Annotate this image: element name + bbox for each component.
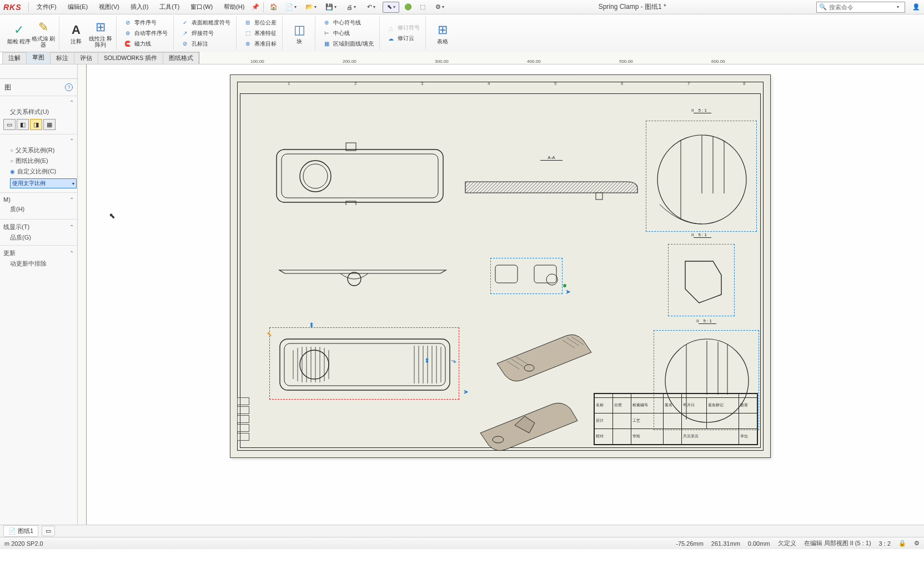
section-header[interactable]: 线显示(T)⌃ (3, 222, 74, 232)
add-sheet-button[interactable]: ▭ (42, 526, 55, 536)
parent-style-option[interactable]: 父关系样式(U) (3, 107, 74, 117)
status-lock-icon[interactable]: 🔒 (898, 540, 906, 547)
scale-sheet-radio[interactable]: 图纸比例(E) (3, 156, 74, 166)
menu-help[interactable]: 帮助(H) (218, 1, 250, 14)
scale-dropdown[interactable]: 使用文字比例▾ (10, 178, 77, 188)
detail-view-2[interactable]: II5 : 1 (668, 244, 735, 316)
weld-symbol-button[interactable]: ↗焊接符号 (178, 28, 233, 38)
section-header[interactable]: ⌃ (3, 98, 74, 107)
open-icon[interactable]: 📂▾ (303, 2, 319, 13)
check-button[interactable]: ✓能检 程序 (7, 18, 31, 49)
title-block[interactable]: 名称分类检索编号签名年月日更改标记数量 设计工艺 校对审核共页第页单位 (594, 393, 758, 445)
user-icon[interactable]: 👤 (911, 2, 922, 13)
select-icon[interactable]: ⬉▾ (383, 2, 399, 13)
linear-pattern-button[interactable]: ⊞线性注 释阵列 (88, 18, 113, 49)
balloon-button[interactable]: ⊘零件序号 (121, 18, 170, 28)
menu-view[interactable]: 视图(V) (93, 1, 125, 14)
menu-edit[interactable]: 编辑(E) (62, 1, 94, 14)
section-header[interactable]: 更新⌃ (3, 248, 74, 258)
help-icon[interactable]: ? (65, 83, 73, 91)
print-icon[interactable]: 🖨▾ (343, 2, 359, 13)
section-header[interactable]: ⌃ (3, 137, 74, 145)
status-scale: 3 : 2 (879, 540, 891, 547)
save-icon[interactable]: 💾▾ (323, 2, 339, 13)
area-hatch-button[interactable]: ▦区域剖面线/填充 (320, 39, 376, 49)
display-mode-1[interactable]: ▭ (3, 119, 16, 130)
tab-dimension[interactable]: 标注 (50, 52, 74, 64)
undo-icon[interactable]: ↶▾ (363, 2, 379, 13)
new-icon[interactable]: 📄▾ (283, 2, 299, 13)
quality-blank[interactable] (3, 215, 74, 217)
svg-rect-21 (280, 339, 450, 390)
status-y: 261.31mm (711, 540, 740, 547)
datum-target-button[interactable]: ⊕基准目标 (241, 39, 279, 49)
magnet-line-button[interactable]: 🧲磁力线 (121, 39, 170, 49)
quality-g[interactable]: 质(H) (3, 204, 74, 215)
detail-view-1[interactable]: II5 : 1 (646, 121, 757, 232)
display-mode-3[interactable]: ◨ (30, 119, 42, 130)
section-m: M)⌃ 质(H) (0, 192, 77, 219)
quality-item[interactable]: 品质(G) (3, 232, 74, 243)
menu-tools[interactable]: 工具(T) (154, 1, 185, 14)
sheet-tab-1[interactable]: 📄图纸1 (3, 525, 38, 537)
surface-finish-button[interactable]: ✓表面粗糙度符号 (178, 18, 233, 28)
annotation-button[interactable]: A注释 (64, 18, 88, 49)
options-icon[interactable]: ⬚ (417, 2, 428, 13)
block-button[interactable]: ◫块 (287, 18, 312, 49)
tab-plugins[interactable]: SOLIDWORKS 插件 (98, 52, 163, 64)
centerline-button[interactable]: ⊢中心线 (320, 28, 376, 38)
home-icon[interactable]: 🏠 (268, 2, 279, 13)
selection-handle[interactable] (563, 284, 566, 287)
tab-annotation[interactable]: 注解 (2, 52, 27, 64)
panel-title: 图 ? (0, 79, 77, 96)
display-mode-2[interactable]: ◧ (17, 119, 29, 130)
datum-feature-button[interactable]: ⬚基准特征 (241, 28, 279, 38)
tab-row: 注解 草图 标注 评估 SOLIDWORKS 插件 图纸格式 100.00 20… (0, 52, 924, 64)
isometric-view-1[interactable] (480, 325, 602, 391)
menu-bar: RKS 文件(F) 编辑(E) 视图(V) 插入(I) 工具(T) 窗口(W) … (0, 0, 924, 14)
sheet-tab-bar: 📄图纸1 ▭ (0, 525, 924, 537)
drawing-view-top[interactable] (274, 138, 446, 205)
revision-cloud-button[interactable]: ☁修订云 (384, 33, 422, 43)
separator (28, 2, 29, 12)
scale-parent-radio[interactable]: 父关系比例(R) (3, 145, 74, 156)
isometric-view-2[interactable] (469, 394, 586, 455)
drawing-sheet[interactable]: 1 2 3 4 5 6 7 8 (230, 74, 771, 458)
format-painter-button[interactable]: ✎格式涂 刷器 (31, 18, 56, 49)
display-mode-4[interactable]: ▦ (43, 119, 56, 130)
menu-window[interactable]: 窗口(W) (185, 1, 218, 14)
display-mode-row: ▭ ◧ ◨ ▦ (3, 117, 74, 132)
section-style: ⌃ 父关系样式(U) ▭ ◧ ◨ ▦ (0, 96, 77, 134)
section-header[interactable]: M)⌃ (3, 195, 74, 204)
drawing-view-bottom-selected[interactable]: ⬍ ⬍ ⬎ ➤ ⬉ (269, 327, 459, 400)
geometric-tolerance-button[interactable]: ⊞形位公差 (241, 18, 279, 28)
pin-icon[interactable]: 📌 (250, 2, 261, 13)
center-mark-button[interactable]: ⊕中心符号线 (320, 18, 376, 28)
status-x: -75.26mm (676, 540, 704, 547)
section-update: 更新⌃ 动更新中排除 (0, 245, 77, 271)
settings-icon[interactable]: ⚙▾ (431, 2, 448, 13)
auto-balloon-button[interactable]: ⊛自动零件序号 (121, 28, 170, 38)
menu-file[interactable]: 文件(F) (31, 1, 62, 14)
search-box[interactable]: 🔍 ▾ (816, 2, 905, 13)
section-view-aa[interactable]: A-A (460, 155, 643, 205)
search-input[interactable] (829, 4, 896, 11)
tab-sheet-format[interactable]: 图纸格式 (163, 52, 199, 64)
scale-custom-radio[interactable]: 自定义比例(C) (3, 166, 74, 177)
chevron-down-icon[interactable]: ▾ (897, 4, 899, 9)
status-mode-icon[interactable]: ⚙ (914, 540, 920, 547)
section-line-display: 线显示(T)⌃ 品质(G) (0, 219, 77, 245)
drawing-canvas[interactable]: 🔍 ⊡ ↺ 🔄 ↻ ⊞ ▾ ▾ ● 1 2 3 4 5 6 7 8 (78, 64, 924, 525)
drawing-view-side[interactable] (274, 263, 451, 288)
exclude-update-item[interactable]: 动更新中排除 (3, 258, 74, 269)
hole-callout-button[interactable]: ⊘孔标注 (178, 39, 233, 49)
rebuild-icon[interactable]: 🟢 (403, 2, 414, 13)
table-button[interactable]: ⊞表格 (430, 18, 455, 49)
section-scale: ⌃ 父关系比例(R) 图纸比例(E) 自定义比例(C) 使用文字比例▾ (0, 134, 77, 192)
drawing-view-detail-mid[interactable]: ➤ (490, 258, 563, 294)
tab-sketch[interactable]: 草图 (26, 52, 51, 64)
menu-insert[interactable]: 插入(I) (125, 1, 154, 14)
search-icon: 🔍 (819, 3, 827, 11)
tab-evaluate[interactable]: 评估 (74, 52, 98, 64)
sheet-frame: A-A (240, 93, 761, 448)
